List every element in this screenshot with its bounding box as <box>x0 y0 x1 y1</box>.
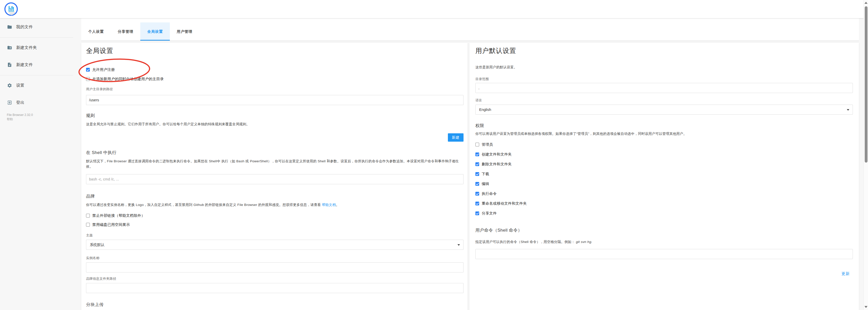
create-file-icon <box>7 62 12 67</box>
tab-profile-settings[interactable]: 个人设置 <box>81 23 111 41</box>
app-version: File Browser 2.32.0 <box>7 113 33 117</box>
sidebar: 我的文件 新建文件夹 新建文件 设置 登出 File Browser 2.32.… <box>0 18 81 310</box>
global-settings-card: 全局设置 允许用户注册 在添加新用户的同时自动创建用户的主目录 用户主目录的路径… <box>81 43 468 310</box>
create-user-dir-row: 在添加新用户的同时自动创建用户的主目录 <box>86 76 464 81</box>
perm-execute-checkbox[interactable] <box>475 192 479 196</box>
branding-description-text: 你可以通过改变实例名称，更换 Logo，加入自定义样式，甚至禁用到 Github… <box>86 203 322 207</box>
user-defaults-title: 用户默认设置 <box>475 46 853 56</box>
sidebar-item-settings[interactable]: 设置 <box>0 79 81 92</box>
perm-edit-row: 编辑 <box>475 181 853 186</box>
perm-delete-checkbox[interactable] <box>475 162 479 166</box>
sidebar-item-new-file[interactable]: 新建文件 <box>0 58 81 72</box>
sidebar-item-label: 新建文件 <box>16 62 33 68</box>
scope-input[interactable] <box>475 83 853 93</box>
disable-disk-usage-checkbox[interactable] <box>86 223 90 227</box>
tab-user-management[interactable]: 用户管理 <box>170 23 199 41</box>
scroll-down-arrow-icon[interactable] <box>865 306 868 308</box>
perm-edit-label: 编辑 <box>482 181 489 186</box>
vertical-scrollbar[interactable] <box>864 0 868 310</box>
scroll-up-arrow-icon[interactable] <box>865 2 868 4</box>
perm-create-row: 创建文件和文件夹 <box>475 152 853 157</box>
commands-description-text: 指定该用户可以执行的命令（Shell 命令），用空格分隔。例如： <box>475 240 576 244</box>
sidebar-item-label: 设置 <box>16 83 25 88</box>
disable-disk-usage-row: 禁用磁盘已用空间展示 <box>86 222 464 227</box>
perm-share-label: 分享文件 <box>482 211 497 216</box>
new-rule-button[interactable]: 新建 <box>448 133 464 142</box>
theme-label: 主题 <box>86 233 464 238</box>
branding-description: 你可以通过改变实例名称，更换 Logo，加入自定义样式，甚至禁用到 Github… <box>86 202 464 207</box>
shell-command-input[interactable] <box>86 174 464 184</box>
perm-share-checkbox[interactable] <box>475 211 479 215</box>
perm-create-checkbox[interactable] <box>475 152 479 156</box>
commands-description: 指定该用户可以执行的命令（Shell 命令），用空格分隔。例如： git svn… <box>475 239 853 244</box>
allow-signup-checkbox[interactable] <box>86 68 90 72</box>
perm-execute-label: 执行命令 <box>482 191 497 196</box>
perm-rename-checkbox[interactable] <box>475 202 479 205</box>
perm-share-row: 分享文件 <box>475 211 853 216</box>
brand-dir-input[interactable] <box>86 283 464 293</box>
sidebar-item-label: 新建文件夹 <box>16 45 37 50</box>
disable-external-row: 禁止外部链接（帮助文档除外） <box>86 213 464 218</box>
shell-description: 默认情况下，File Browser 通过直接调用命令的二进制包来执行命令。如果… <box>86 159 464 169</box>
sidebar-divider <box>0 37 73 38</box>
perm-admin-label: 管理员 <box>482 142 493 147</box>
app-header <box>0 0 868 18</box>
create-user-dir-checkbox[interactable] <box>86 77 90 81</box>
permissions-section-title: 权限 <box>475 123 853 129</box>
theme-select[interactable]: 系统默认 <box>86 240 464 250</box>
user-defaults-card: 用户默认设置 这些是新用户的默认设置。 目录范围 语言 English 权限 你… <box>469 43 859 310</box>
sidebar-item-new-folder[interactable]: 新建文件夹 <box>0 41 81 55</box>
permissions-description: 你可以将该用户设置为管理员或单独选择各项权限。如果你选择了“管理员”，则其他的选… <box>475 131 853 136</box>
perm-download-row: 下载 <box>475 171 853 176</box>
file-browser-logo[interactable] <box>4 2 18 16</box>
perm-delete-row: 删除文件和文件夹 <box>475 162 853 167</box>
sidebar-footer: File Browser 2.32.0 帮助 <box>7 113 33 122</box>
rules-section-title: 规则 <box>86 113 464 118</box>
perm-download-checkbox[interactable] <box>475 172 479 176</box>
sidebar-item-my-files[interactable]: 我的文件 <box>0 20 81 34</box>
help-link[interactable]: 帮助 <box>7 117 33 122</box>
perm-rename-row: 重命名或移动文件和文件夹 <box>475 201 853 206</box>
language-select[interactable]: English <box>475 105 853 115</box>
disable-external-label: 禁止外部链接（帮助文档除外） <box>92 213 145 218</box>
user-home-path-label: 用户主目录的路径 <box>86 87 464 92</box>
perm-admin-row: 管理员 <box>475 142 853 147</box>
perm-create-label: 创建文件和文件夹 <box>482 152 512 157</box>
brand-dir-label: 品牌信息文件夹路径 <box>86 276 464 281</box>
chunked-upload-section-title: 分块上传 <box>86 302 464 308</box>
user-commands-input[interactable] <box>475 249 853 259</box>
scrollbar-thumb[interactable] <box>865 6 868 163</box>
branding-description-suffix: 。 <box>336 203 339 207</box>
instance-name-input[interactable] <box>86 262 464 272</box>
language-label: 语言 <box>475 98 853 103</box>
perm-download-label: 下载 <box>482 172 489 176</box>
perm-admin-checkbox[interactable] <box>475 143 479 146</box>
allow-signup-row: 允许用户注册 <box>86 67 464 72</box>
commands-example: git svn hg. <box>576 240 592 244</box>
update-button[interactable]: 更新 <box>841 271 850 276</box>
perm-rename-label: 重命名或移动文件和文件夹 <box>482 201 527 206</box>
floppy-disk-icon <box>8 6 14 11</box>
allow-signup-label: 允许用户注册 <box>92 67 115 72</box>
instance-name-label: 实例名称 <box>86 256 464 260</box>
gear-icon <box>7 83 12 88</box>
user-defaults-description: 这些是新用户的默认设置。 <box>475 65 853 70</box>
docs-link[interactable]: 帮助文档 <box>322 203 336 207</box>
perm-execute-row: 执行命令 <box>475 191 853 196</box>
sidebar-divider <box>0 75 73 75</box>
theme-select-value: 系统默认 <box>90 242 104 247</box>
tab-share-management[interactable]: 分享管理 <box>111 23 140 41</box>
tab-global-settings[interactable]: 全局设置 <box>140 23 170 41</box>
sidebar-item-logout[interactable]: 登出 <box>0 96 81 109</box>
disable-disk-usage-label: 禁用磁盘已用空间展示 <box>92 222 130 227</box>
disable-external-checkbox[interactable] <box>86 214 90 217</box>
language-select-value: English <box>479 108 491 112</box>
perm-edit-checkbox[interactable] <box>475 182 479 186</box>
commands-section-title: 用户命令（Shell 命令） <box>475 227 853 233</box>
create-user-dir-label: 在添加新用户的同时自动创建用户的主目录 <box>92 77 164 81</box>
chevron-down-icon <box>847 109 849 111</box>
user-home-path-input[interactable] <box>86 95 464 105</box>
chevron-down-icon <box>458 244 460 246</box>
global-settings-title: 全局设置 <box>86 46 464 56</box>
shell-section-title: 在 Shell 中执行 <box>86 150 464 156</box>
